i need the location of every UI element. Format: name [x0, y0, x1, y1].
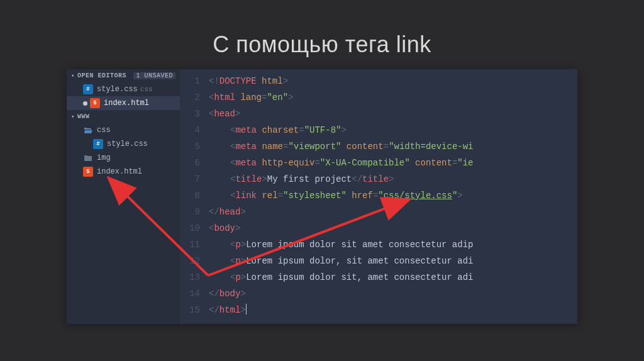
open-editors-label: OPEN EDITORS [77, 72, 126, 79]
open-editor-item[interactable]: 5index.html [67, 96, 180, 110]
line-number: 8 [180, 187, 200, 204]
line-number: 13 [180, 269, 200, 286]
code-editor[interactable]: <!DOCTYPE html><html lang="en"><head><me… [206, 69, 577, 324]
code-line: </head> [209, 204, 577, 220]
line-number: 2 [180, 89, 200, 106]
line-number: 11 [180, 236, 200, 253]
code-line: <p>Lorem ipsum dolor, sit amet consectet… [209, 253, 577, 269]
line-number: 4 [180, 122, 200, 138]
unsaved-dot-icon [83, 101, 87, 106]
code-line: <link rel="stylesheet" href="css/style.c… [209, 187, 577, 204]
code-line: </html> [209, 302, 577, 318]
tree-item-label: img [97, 153, 111, 162]
file-name: index.html [104, 99, 149, 108]
code-line: <html lang="en"> [209, 89, 577, 106]
code-line: <meta charset="UTF-8"> [209, 122, 577, 138]
code-line: <p>Lorem ipsum dolor sit amet consectetu… [209, 236, 577, 253]
sidebar: ▾ OPEN EDITORS 1 UNSAVED #style.csscss5i… [67, 69, 180, 324]
code-line: <meta http-equiv="X-UA-Compatible" conte… [209, 155, 577, 171]
line-number: 1 [180, 73, 200, 89]
file-name: style.css [97, 85, 138, 94]
css-file-icon: # [93, 139, 103, 149]
css-file-icon: # [83, 84, 93, 94]
code-line: <title>My first project</title> [209, 171, 577, 187]
line-number: 10 [180, 220, 200, 236]
code-line: <body> [209, 220, 577, 236]
tree-item-label: css [97, 126, 111, 135]
line-number: 6 [180, 155, 200, 171]
line-number: 15 [180, 302, 200, 318]
line-number: 3 [180, 106, 200, 122]
file-item[interactable]: 5index.html [67, 165, 180, 179]
folder-item[interactable]: img [67, 151, 180, 165]
unsaved-badge: 1 UNSAVED [133, 72, 175, 79]
code-line: <meta name="viewport" content="width=dev… [209, 138, 577, 155]
tree-item-label: index.html [97, 167, 142, 176]
file-item[interactable]: #style.css [67, 137, 180, 151]
file-path: css [140, 86, 153, 93]
code-line: <p>Lorem ipsum dolor sit, amet consectet… [209, 269, 577, 286]
chevron-down-icon: ▾ [71, 113, 75, 120]
open-editors-header[interactable]: ▾ OPEN EDITORS 1 UNSAVED [67, 69, 180, 82]
line-number-gutter: 123456789101112131415 [180, 69, 206, 324]
editor-window: ▾ OPEN EDITORS 1 UNSAVED #style.csscss5i… [67, 69, 577, 324]
slide-title: С помощью тега link [0, 0, 644, 69]
open-editor-item[interactable]: #style.csscss [67, 82, 180, 96]
chevron-down-icon: ▾ [71, 72, 75, 79]
tree-item-label: style.css [107, 140, 148, 148]
line-number: 9 [180, 204, 200, 220]
code-line: </body> [209, 286, 577, 302]
html5-file-icon: 5 [90, 98, 100, 108]
folder-icon [83, 153, 93, 163]
line-number: 12 [180, 253, 200, 269]
workspace-label: WWW [77, 113, 90, 120]
html5-file-icon: 5 [83, 167, 93, 177]
line-number: 14 [180, 286, 200, 302]
code-line: <!DOCTYPE html> [209, 73, 577, 89]
code-line: <head> [209, 106, 577, 122]
line-number: 5 [180, 138, 200, 155]
text-cursor [246, 304, 247, 314]
folder-open-icon [83, 125, 93, 135]
line-number: 7 [180, 171, 200, 187]
folder-item[interactable]: css [67, 123, 180, 137]
workspace-header[interactable]: ▾ WWW [67, 110, 180, 123]
